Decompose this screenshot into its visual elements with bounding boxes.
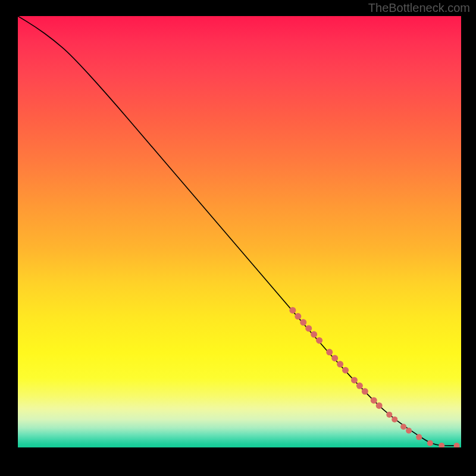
data-point <box>331 355 338 361</box>
data-point <box>427 440 433 446</box>
data-point <box>392 416 397 422</box>
chart-svg <box>18 16 461 447</box>
data-point <box>351 377 358 383</box>
data-point <box>342 367 349 374</box>
data-point <box>362 388 368 394</box>
chart-data-points <box>289 307 459 447</box>
chart-plot-area <box>18 16 461 447</box>
watermark-text: TheBottleneck.com <box>368 1 470 15</box>
data-point <box>406 428 412 434</box>
data-point <box>326 349 333 355</box>
chart-curve-line <box>18 16 457 446</box>
data-point <box>371 397 377 403</box>
data-point <box>295 313 301 320</box>
data-point <box>311 331 317 338</box>
data-point <box>305 325 312 331</box>
data-point <box>316 337 322 344</box>
data-point <box>386 412 392 418</box>
data-point <box>454 443 460 447</box>
data-point <box>300 319 306 325</box>
data-point <box>439 443 444 447</box>
data-point <box>356 383 363 389</box>
data-point <box>416 434 422 440</box>
data-point <box>376 402 383 409</box>
data-point <box>337 361 343 368</box>
data-point <box>400 424 406 430</box>
data-point <box>289 307 296 314</box>
